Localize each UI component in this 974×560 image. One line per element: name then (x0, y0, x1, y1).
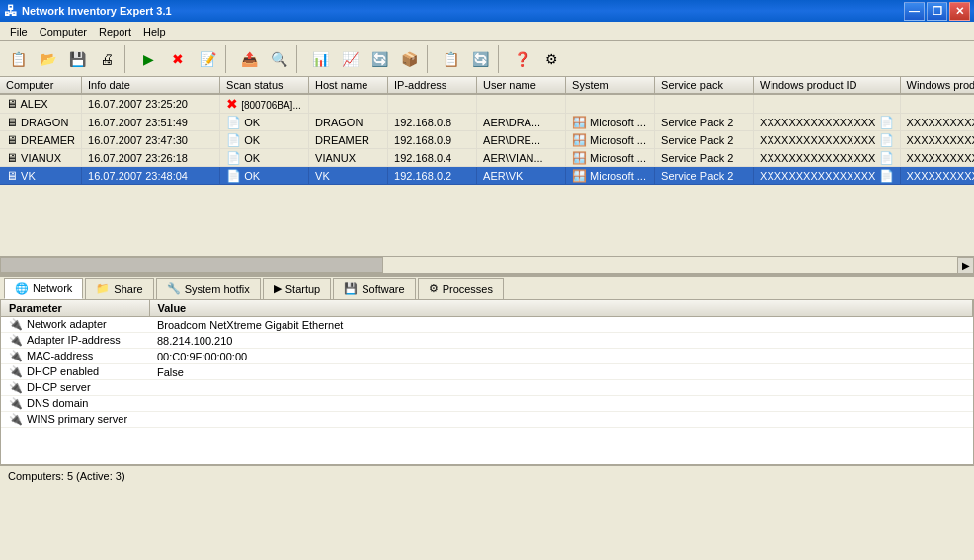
list-item[interactable]: 🔌DNS domain (1, 396, 973, 412)
list-item[interactable]: 🔌WINS primary server (1, 412, 973, 428)
toolbar-btn-discover[interactable]: 🔍 (265, 45, 292, 73)
close-button[interactable]: ✕ (949, 2, 970, 21)
col-product-key[interactable]: Windows product key (900, 77, 974, 94)
toolbar-btn-chart1[interactable]: 📊 (306, 45, 334, 73)
col-system[interactable]: System (566, 77, 655, 94)
table-row[interactable]: 🖥 DREAMER16.07.2007 23:47:30📄 OKDREAMER1… (0, 131, 974, 149)
tab-share[interactable]: 📁 Share (85, 278, 153, 299)
toolbar-btn-help[interactable]: ❓ (508, 45, 535, 73)
toolbar-btn-add[interactable]: 📤 (235, 45, 263, 73)
col-host-name[interactable]: Host name (309, 77, 388, 94)
bottom-tabs-container: 🌐 Network 📁 Share 🔧 System hotfix ▶ Star… (0, 275, 974, 465)
tabs-header: 🌐 Network 📁 Share 🔧 System hotfix ▶ Star… (0, 277, 974, 300)
detail-col-value[interactable]: Value (149, 300, 973, 317)
tab-system-hotfix[interactable]: 🔧 System hotfix (156, 278, 261, 299)
table-row[interactable]: 🖥 ALEX16.07.2007 23:25:20✖ [800706BA]... (0, 94, 974, 114)
toolbar-btn-3[interactable]: 💾 (63, 45, 91, 73)
title-icon: 🖧 (4, 3, 18, 19)
hscroll-right[interactable]: ▶ (957, 257, 974, 274)
list-item[interactable]: 🔌DHCP enabledFalse (1, 364, 973, 380)
list-item[interactable]: 🔌Network adapterBroadcom NetXtreme Gigab… (1, 317, 973, 333)
col-info-date[interactable]: Info date (82, 77, 220, 94)
toolbar-sep-2 (225, 45, 231, 73)
col-user[interactable]: User name (477, 77, 566, 94)
toolbar-btn-edit[interactable]: 📝 (194, 45, 221, 73)
computer-table: Computer Info date Scan status Host name… (0, 77, 974, 185)
toolbar-sep-5 (498, 45, 504, 73)
detail-area: Parameter Value 🔌Network adapterBroadcom… (0, 300, 974, 465)
title-text: Network Inventory Expert 3.1 (22, 5, 172, 17)
status-bar: Computers: 5 (Active: 3) (0, 465, 974, 485)
toolbar-btn-pkg[interactable]: 📦 (395, 45, 423, 73)
toolbar-btn-1[interactable]: 📋 (4, 45, 32, 73)
detail-table: Parameter Value 🔌Network adapterBroadcom… (1, 300, 973, 428)
toolbar-btn-settings[interactable]: ⚙ (537, 45, 565, 73)
software-tab-icon: 💾 (344, 282, 358, 295)
list-item[interactable]: 🔌MAC-address00:C0:9F:00:00:00 (1, 349, 973, 364)
toolbar-btn-stop[interactable]: ✖ (164, 45, 192, 73)
toolbar: 📋 📂 💾 🖨 ▶ ✖ 📝 📤 🔍 📊 📈 🔄 📦 📋 🔄 ❓ ⚙ (0, 41, 974, 77)
list-item[interactable]: 🔌DHCP server (1, 380, 973, 396)
tab-network[interactable]: 🌐 Network (4, 278, 83, 299)
computer-table-area: Computer Info date Scan status Host name… (0, 77, 974, 275)
col-scan-status[interactable]: Scan status (220, 77, 309, 94)
hotfix-tab-icon: 🔧 (167, 282, 181, 295)
table-row[interactable]: 🖥 VIANUX16.07.2007 23:26:18📄 OKVIANUX192… (0, 149, 974, 167)
startup-tab-icon: ▶ (274, 282, 282, 295)
processes-tab-icon: ⚙ (429, 282, 439, 295)
toolbar-btn-4[interactable]: 🖨 (93, 45, 121, 73)
table-row[interactable]: 🖥 DRAGON16.07.2007 23:51:49📄 OKDRAGON192… (0, 114, 974, 131)
col-ip[interactable]: IP-address (388, 77, 477, 94)
toolbar-btn-2[interactable]: 📂 (34, 45, 61, 73)
menu-report[interactable]: Report (93, 24, 137, 40)
toolbar-btn-sync[interactable]: 🔄 (466, 45, 494, 73)
computer-table-scroll[interactable]: Computer Info date Scan status Host name… (0, 77, 974, 256)
minimize-button[interactable]: — (904, 2, 925, 21)
col-product-id[interactable]: Windows product ID (754, 77, 900, 94)
tab-software[interactable]: 💾 Software (333, 278, 415, 299)
restore-button[interactable]: ❐ (927, 2, 947, 21)
toolbar-sep-3 (296, 45, 302, 73)
share-tab-icon: 📁 (96, 282, 110, 295)
toolbar-btn-scan[interactable]: ▶ (134, 45, 162, 73)
toolbar-sep-4 (427, 45, 433, 73)
toolbar-btn-chart2[interactable]: 📈 (336, 45, 364, 73)
tab-processes[interactable]: ⚙ Processes (418, 278, 504, 299)
menu-file[interactable]: File (4, 24, 34, 40)
table-row[interactable]: 🖥 VK16.07.2007 23:48:04📄 OKVK192.168.0.2… (0, 167, 974, 185)
toolbar-btn-refresh[interactable]: 🔄 (365, 45, 393, 73)
col-service-pack[interactable]: Service pack (655, 77, 754, 94)
toolbar-btn-copy[interactable]: 📋 (437, 45, 464, 73)
network-tab-icon: 🌐 (15, 282, 29, 295)
menu-bar: File Computer Report Help (0, 22, 974, 41)
title-bar: 🖧 Network Inventory Expert 3.1 — ❐ ✕ (0, 0, 974, 22)
toolbar-sep-1 (124, 45, 130, 73)
col-computer[interactable]: Computer (0, 77, 82, 94)
menu-help[interactable]: Help (137, 24, 172, 40)
status-text: Computers: 5 (Active: 3) (8, 470, 125, 482)
list-item[interactable]: 🔌Adapter IP-address88.214.100.210 (1, 333, 973, 349)
menu-computer[interactable]: Computer (34, 24, 93, 40)
detail-col-param[interactable]: Parameter (1, 300, 149, 317)
tab-startup[interactable]: ▶ Startup (263, 278, 331, 299)
